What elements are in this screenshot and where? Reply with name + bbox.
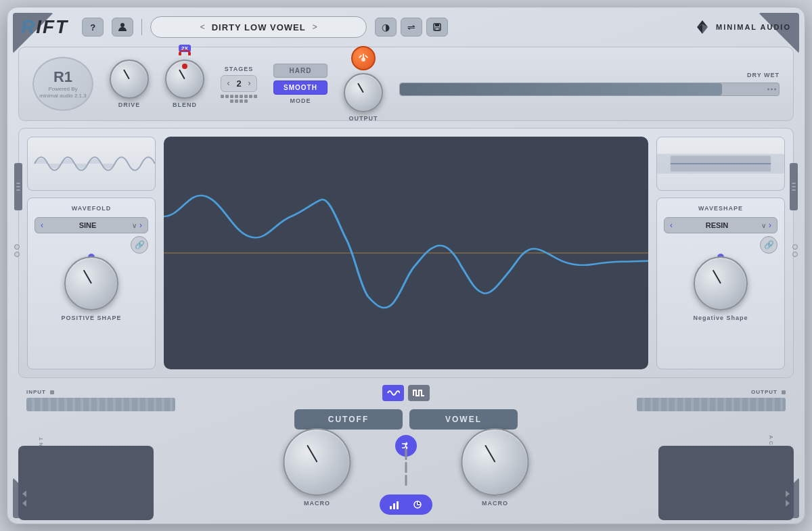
right-arrows: [786, 490, 790, 507]
drive-knob[interactable]: [110, 60, 149, 99]
r1-display: R1 Powered Byminimal audio 2.1.3: [32, 57, 93, 111]
stages-label: STAGES: [225, 66, 253, 72]
dry-wet-fill: [400, 83, 722, 95]
svg-rect-10: [390, 506, 392, 509]
stages-control[interactable]: ‹ 2 ›: [221, 75, 256, 92]
stages-prev[interactable]: ‹: [227, 78, 229, 88]
input-vu-bar: [26, 398, 175, 411]
blend-group: 2X BLEND: [165, 60, 204, 108]
output-vu-dot: [782, 390, 786, 394]
negative-shape-knob[interactable]: [694, 256, 748, 310]
orange-button[interactable]: [351, 46, 376, 70]
brand-logo: MINIMAL AUDIO: [693, 18, 791, 37]
waveshape-selector[interactable]: ‹ RESIN ∨ ›: [664, 217, 777, 233]
tab-mod[interactable]: [408, 497, 427, 512]
wavefold-title: WAVEFOLD: [35, 205, 148, 212]
preset-name: DIRTY LOW VOWEL: [212, 22, 306, 32]
stages-value: 2: [233, 78, 244, 89]
output-vu-bar: [637, 398, 786, 411]
app-logo: RIFT: [21, 16, 68, 38]
svg-rect-4: [179, 52, 181, 55]
macro2-label: MACRO: [482, 500, 508, 507]
user-button[interactable]: [112, 18, 133, 37]
plugin-container: RIFT ? < DIRTY LOW VOWEL > ◑ ⇌ MINIMAL A…: [7, 7, 805, 524]
stages-next[interactable]: ›: [248, 78, 251, 88]
mode-group: HARD SMOOTH MODE: [273, 64, 328, 104]
stages-group: STAGES ‹ 2 ›: [221, 66, 257, 103]
wavefold-link-button[interactable]: 🔗: [131, 236, 148, 254]
mode-hard-button[interactable]: HARD: [273, 64, 328, 78]
output-vu-label: OUTPUT: [751, 389, 777, 395]
output-knob[interactable]: [344, 73, 383, 112]
header-section: R1 Powered Byminimal audio 2.1.3 DRIVE 2…: [18, 47, 794, 121]
blend-knob[interactable]: [165, 60, 204, 99]
preset-next-button[interactable]: >: [313, 22, 317, 32]
wavefold-value: SINE: [46, 221, 129, 229]
left-handle: [14, 163, 22, 210]
top-right-controls: ◑ ⇌: [375, 18, 448, 37]
waveshape-display: [656, 137, 785, 191]
mode-label: MODE: [273, 97, 328, 104]
waveshape-section: WAVESHAPE ‹ RESIN ∨ › 🔗 Negative Shape: [656, 198, 785, 369]
left-panel: WAVEFOLD ‹ SINE ∨ › 🔗 POSITIVE SHAPE: [27, 137, 156, 369]
preset-bar: < DIRTY LOW VOWEL >: [150, 16, 367, 38]
drive-group: DRIVE: [110, 60, 149, 108]
wave-mode-sine-button[interactable]: [382, 385, 404, 401]
save-button[interactable]: [426, 18, 448, 37]
waveshape-link-button[interactable]: 🔗: [760, 236, 777, 254]
r1-sub: Powered Byminimal audio 2.1.3: [39, 86, 86, 100]
bottom-tabs: [380, 494, 432, 515]
macro1-knob[interactable]: [284, 428, 351, 496]
contrast-button[interactable]: ◑: [375, 18, 397, 37]
right-panel: WAVESHAPE ‹ RESIN ∨ › 🔗 Negative Shape: [656, 137, 785, 369]
waveshape-next[interactable]: ›: [769, 221, 771, 230]
vowel-button[interactable]: VOWEL: [409, 409, 518, 430]
wave-mode-square-button[interactable]: [408, 385, 430, 401]
output-label: OUTPUT: [348, 115, 378, 122]
waveshape-title: WAVESHAPE: [664, 205, 777, 212]
wavefold-prev[interactable]: ‹: [41, 221, 43, 230]
help-button[interactable]: ?: [82, 18, 104, 37]
dry-wet-slider[interactable]: [399, 83, 780, 96]
top-divider: [141, 19, 142, 35]
waveshape-value: RESIN: [675, 221, 759, 229]
left-arrows: [22, 490, 26, 507]
r1-label: R1: [53, 68, 72, 86]
right-handle: [790, 163, 798, 210]
macro1-group: MACRO: [284, 428, 351, 507]
positive-shape-label: POSITIVE SHAPE: [61, 315, 121, 321]
macro2-knob[interactable]: [461, 428, 529, 496]
input-vu-dot: [50, 390, 54, 394]
right-scroll: [792, 244, 798, 257]
preset-prev-button[interactable]: <: [200, 22, 205, 32]
wavefold-selector[interactable]: ‹ SINE ∨ ›: [35, 217, 148, 233]
bottom-section: INPUT OUTPUT: [18, 385, 794, 520]
negative-shape-label: Negative Shape: [693, 315, 748, 321]
drive-label: DRIVE: [118, 101, 141, 108]
headphone-icon: [178, 47, 191, 60]
svg-point-6: [361, 57, 365, 62]
positive-shape-knob[interactable]: [64, 256, 118, 310]
left-scroll: [14, 244, 20, 257]
shuffle-preset-button[interactable]: ⇌: [401, 18, 422, 37]
wavefold-next[interactable]: ›: [139, 221, 142, 230]
waveshape-prev[interactable]: ‹: [670, 221, 673, 230]
mode-smooth-button[interactable]: SMOOTH: [273, 80, 328, 95]
wavefold-chevron[interactable]: ∨: [132, 222, 137, 229]
macro1-label: MACRO: [304, 500, 330, 507]
waveshape-chevron[interactable]: ∨: [761, 222, 766, 229]
input-vu: INPUT: [18, 385, 194, 415]
dry-wet-group: DRY WET: [399, 72, 780, 96]
bottom-dark-left: [18, 446, 154, 520]
svg-point-0: [120, 23, 125, 27]
wavefold-section: WAVEFOLD ‹ SINE ∨ › 🔗 POSITIVE SHAPE: [27, 198, 156, 369]
input-label: INPUT: [26, 389, 46, 395]
cutoff-button[interactable]: CUTOFF: [294, 409, 403, 430]
blend-label: BLEND: [173, 101, 197, 108]
wave-mode-buttons: [382, 385, 430, 401]
bottom-dark-right: [658, 446, 794, 520]
tab-eq[interactable]: [385, 497, 404, 512]
filter-row: CUTOFF VOWEL: [294, 409, 518, 430]
svg-rect-12: [397, 501, 399, 509]
main-section: WAVEFOLD ‹ SINE ∨ › 🔗 POSITIVE SHAPE: [18, 128, 794, 378]
